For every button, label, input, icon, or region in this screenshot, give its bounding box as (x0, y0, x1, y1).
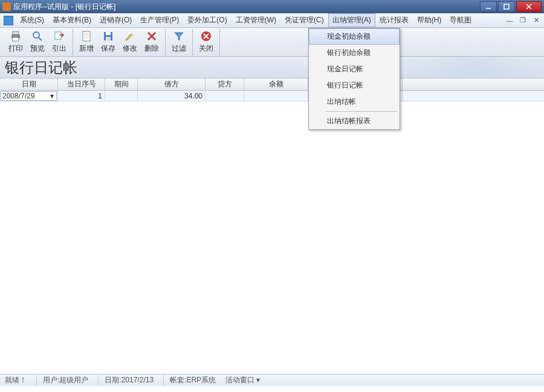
print-button[interactable]: 打印 (5, 29, 27, 55)
toolbar-group: 过滤 (166, 29, 193, 56)
status-user: 用户:超级用户 (36, 375, 97, 385)
dropdown-separator (326, 111, 397, 112)
col-seq[interactable]: 当日序号 (58, 79, 105, 90)
modify-label: 修改 (123, 43, 137, 54)
svg-line-8 (39, 37, 42, 40)
save-label: 保存 (101, 43, 115, 54)
date-value: 2008/7/29 (2, 92, 49, 100)
col-balance[interactable]: 余额 (244, 79, 308, 90)
export-icon (53, 30, 65, 42)
new-icon (80, 30, 92, 42)
grid-header: 日期 当日序号 期间 借方 贷方 余额 审核人 (0, 79, 544, 91)
print-label: 打印 (8, 43, 23, 54)
menu-item-3[interactable]: 生产管理(P) (136, 13, 183, 27)
minimize-button[interactable] (480, 1, 497, 12)
cell-period[interactable] (105, 91, 138, 101)
cell-credit[interactable] (206, 91, 244, 101)
maximize-button[interactable] (498, 1, 515, 12)
save-button[interactable]: 保存 (97, 29, 119, 55)
preview-button[interactable]: 预览 (27, 29, 48, 55)
svg-rect-12 (106, 32, 111, 35)
menu-item-6[interactable]: 凭证管理(C) (280, 13, 328, 27)
col-debit[interactable]: 借方 (138, 79, 206, 90)
status-ready: 就绪！ (5, 375, 35, 385)
close-label: 关闭 (199, 43, 213, 54)
status-bar: 就绪！ 用户:超级用户 日期:2017/2/13 帐套:ERP系统 活动窗口 ▾ (0, 374, 544, 386)
close-icon (200, 30, 212, 42)
col-credit[interactable]: 贷方 (206, 79, 244, 90)
page-title: 银行日记帐 (5, 58, 77, 77)
new-label: 新增 (79, 43, 94, 54)
dropdown-item-1[interactable]: 银行初始余额 (309, 45, 400, 61)
col-date[interactable]: 日期 (0, 79, 58, 90)
close-button[interactable] (516, 1, 542, 12)
filter-icon (173, 30, 185, 42)
new-button[interactable]: 新增 (76, 29, 97, 55)
filter-label: 过滤 (172, 43, 186, 54)
grid-body-empty (0, 101, 544, 374)
svg-rect-10 (83, 31, 90, 41)
dropdown-item-4[interactable]: 出纳结帐 (309, 94, 400, 110)
close-button[interactable]: 关闭 (195, 29, 217, 55)
toolbar-group: 新增保存修改删除 (73, 29, 166, 56)
export-button[interactable]: 引出 (48, 29, 70, 55)
menu-item-10[interactable]: 导航图 (445, 13, 476, 27)
svg-rect-1 (504, 4, 509, 9)
menubar-app-icon (4, 16, 13, 25)
menu-item-8[interactable]: 统计报表 (375, 13, 413, 27)
svg-rect-5 (13, 31, 19, 34)
svg-rect-9 (55, 32, 61, 39)
menu-item-9[interactable]: 帮助(H) (413, 13, 446, 27)
toolbar: 打印预览引出新增保存修改删除过滤关闭 (0, 28, 544, 57)
modify-icon (124, 30, 136, 42)
menu-item-7[interactable]: 出纳管理(A) (328, 13, 375, 27)
date-picker[interactable]: 2008/7/29 ▾ (1, 91, 57, 101)
print-icon (10, 30, 22, 42)
cell-debit[interactable]: 34.00 (138, 91, 206, 101)
menu-bar: 系统(S)基本资料(B)进销存(O)生产管理(P)委外加工(O)工资管理(W)凭… (0, 13, 544, 28)
window-controls (480, 1, 542, 12)
delete-button[interactable]: 删除 (141, 29, 163, 55)
page-header: 银行日记帐 (0, 57, 544, 79)
export-label: 引出 (52, 43, 66, 54)
status-date: 日期:2017/2/13 (98, 375, 162, 385)
svg-rect-13 (106, 37, 111, 40)
dropdown-item-0[interactable]: 现金初始余额 (309, 28, 400, 45)
mdi-restore-icon[interactable]: ❐ (518, 16, 528, 25)
menu-item-1[interactable]: 基本资料(B) (48, 13, 96, 27)
status-active-window[interactable]: 活动窗口 ▾ (225, 375, 268, 385)
mdi-minimize-icon[interactable]: — (505, 16, 514, 25)
dropdown-item-3[interactable]: 银行日记帐 (309, 77, 400, 94)
dropdown-item-2[interactable]: 现金日记帐 (309, 61, 400, 77)
status-set: 帐套:ERP系统 (163, 375, 224, 385)
cell-seq[interactable]: 1 (58, 91, 105, 101)
date-dropdown-icon[interactable]: ▾ (49, 92, 55, 100)
menu-item-2[interactable]: 进销存(O) (96, 13, 136, 27)
col-period[interactable]: 期间 (105, 79, 138, 90)
app-icon (2, 2, 11, 11)
menu-item-4[interactable]: 委外加工(O) (183, 13, 231, 27)
cell-balance[interactable] (244, 91, 308, 101)
table-row[interactable]: 2008/7/29 ▾ 1 34.00 超级 (0, 91, 544, 101)
mdi-close-icon[interactable]: ✕ (531, 16, 541, 25)
menu-item-0[interactable]: 系统(S) (16, 13, 48, 27)
toolbar-group: 关闭 (193, 29, 220, 56)
menu-item-5[interactable]: 工资管理(W) (232, 13, 280, 27)
delete-icon (146, 30, 158, 42)
title-bar: 应用程序--试用版 - [银行日记帐] (0, 0, 544, 13)
dropdown-item-5[interactable]: 出纳结帐报表 (309, 113, 400, 129)
modify-button[interactable]: 修改 (119, 29, 141, 55)
toolbar-group: 打印预览引出 (2, 29, 73, 56)
preview-label: 预览 (30, 43, 45, 54)
svg-point-7 (33, 32, 39, 38)
delete-label: 删除 (144, 43, 159, 54)
svg-rect-6 (13, 37, 19, 41)
cashier-menu-dropdown: 现金初始余额银行初始余额现金日记帐银行日记帐出纳结帐出纳结帐报表 (308, 28, 400, 130)
window-title: 应用程序--试用版 - [银行日记帐] (13, 2, 480, 12)
filter-button[interactable]: 过滤 (168, 29, 190, 55)
save-icon (102, 30, 114, 42)
cell-date[interactable]: 2008/7/29 ▾ (0, 91, 58, 101)
preview-icon (31, 30, 44, 42)
